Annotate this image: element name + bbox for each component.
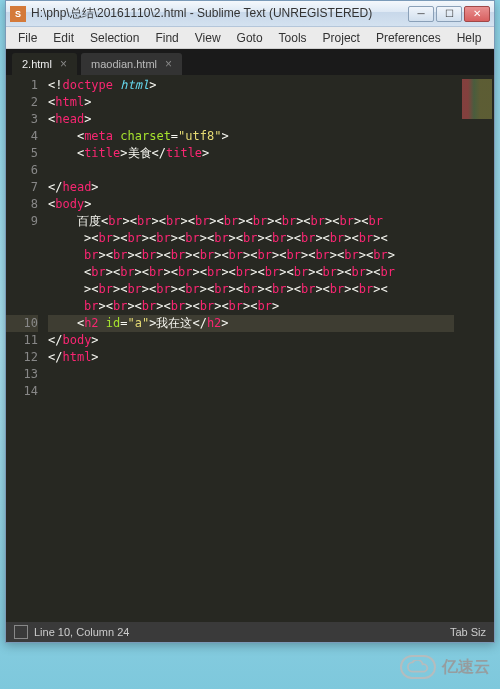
code-line [48,162,494,179]
code-line: ><br><br><br><br><br><br><br><br><br><br… [48,281,494,298]
editor[interactable]: 1 2 3 4 5 6 7 8 9 10 11 12 13 14 <!docty… [6,75,494,622]
line-number: 14 [6,383,38,400]
cursor-position: Line 10, Column 24 [34,626,129,638]
menu-edit[interactable]: Edit [45,29,82,47]
app-icon: S [10,6,26,22]
titlebar: S H:\php\总结\20161110\2.html - Sublime Te… [6,1,494,27]
minimap-viewport [462,79,492,119]
menubar: File Edit Selection Find View Goto Tools… [6,27,494,49]
line-number: 5 [6,145,38,162]
line-number [6,264,38,281]
watermark-text: 亿速云 [442,657,490,678]
line-number: 2 [6,94,38,111]
line-number: 13 [6,366,38,383]
tab-label: maodian.html [91,58,157,70]
tabbar: 2.html × maodian.html × [6,49,494,75]
line-number: 9 [6,213,38,230]
line-number: 4 [6,128,38,145]
code-line [48,383,494,400]
line-number: 6 [6,162,38,179]
tab-close-icon[interactable]: × [165,57,172,71]
tab-close-icon[interactable]: × [60,57,67,71]
line-number: 8 [6,196,38,213]
maximize-button[interactable]: ☐ [436,6,462,22]
minimize-button[interactable]: ─ [408,6,434,22]
menu-file[interactable]: File [10,29,45,47]
menu-view[interactable]: View [187,29,229,47]
statusbar-icon[interactable] [14,625,28,639]
code-line [48,366,494,383]
line-number: 7 [6,179,38,196]
line-number: 12 [6,349,38,366]
tab-2-html[interactable]: 2.html × [12,53,77,75]
menu-tools[interactable]: Tools [271,29,315,47]
line-number [6,230,38,247]
code-line: <body> [48,196,494,213]
indentation-info[interactable]: Tab Siz [450,626,486,638]
gutter: 1 2 3 4 5 6 7 8 9 10 11 12 13 14 [6,75,48,622]
line-number: 11 [6,332,38,349]
tab-maodian-html[interactable]: maodian.html × [81,53,182,75]
code-line: <meta charset="utf8"> [48,128,494,145]
code-area[interactable]: <!doctype html> <html> <head> <meta char… [48,75,494,622]
menu-help[interactable]: Help [449,29,490,47]
code-line: <html> [48,94,494,111]
menu-find[interactable]: Find [147,29,186,47]
statusbar: Line 10, Column 24 Tab Siz [6,622,494,642]
code-line: <h2 id="a">我在这</h2> [48,315,494,332]
code-line: ><br><br><br><br><br><br><br><br><br><br… [48,230,494,247]
code-line: <br><br><br><br><br><br><br><br><br><br>… [48,264,494,281]
code-line: <!doctype html> [48,77,494,94]
code-line: </html> [48,349,494,366]
menu-selection[interactable]: Selection [82,29,147,47]
code-line: </body> [48,332,494,349]
code-line: br><br><br><br><br><br><br><br><br><br><… [48,247,494,264]
close-button[interactable]: ✕ [464,6,490,22]
line-number [6,247,38,264]
window-controls: ─ ☐ ✕ [408,6,490,22]
cloud-icon [400,655,436,679]
code-line: br><br><br><br><br><br><br> [48,298,494,315]
code-line: 百度<br><br><br><br><br><br><br><br><br><b… [48,213,494,230]
menu-project[interactable]: Project [315,29,368,47]
line-number: 1 [6,77,38,94]
app-window: S H:\php\总结\20161110\2.html - Sublime Te… [5,0,495,643]
code-line: <title>美食</title> [48,145,494,162]
line-number [6,298,38,315]
watermark: 亿速云 [400,655,490,679]
window-title: H:\php\总结\20161110\2.html - Sublime Text… [31,5,408,22]
tab-label: 2.html [22,58,52,70]
line-number: 10 [6,315,38,332]
code-line: <head> [48,111,494,128]
line-number: 3 [6,111,38,128]
menu-preferences[interactable]: Preferences [368,29,449,47]
code-line: </head> [48,179,494,196]
line-number [6,281,38,298]
minimap[interactable] [454,75,494,622]
menu-goto[interactable]: Goto [229,29,271,47]
